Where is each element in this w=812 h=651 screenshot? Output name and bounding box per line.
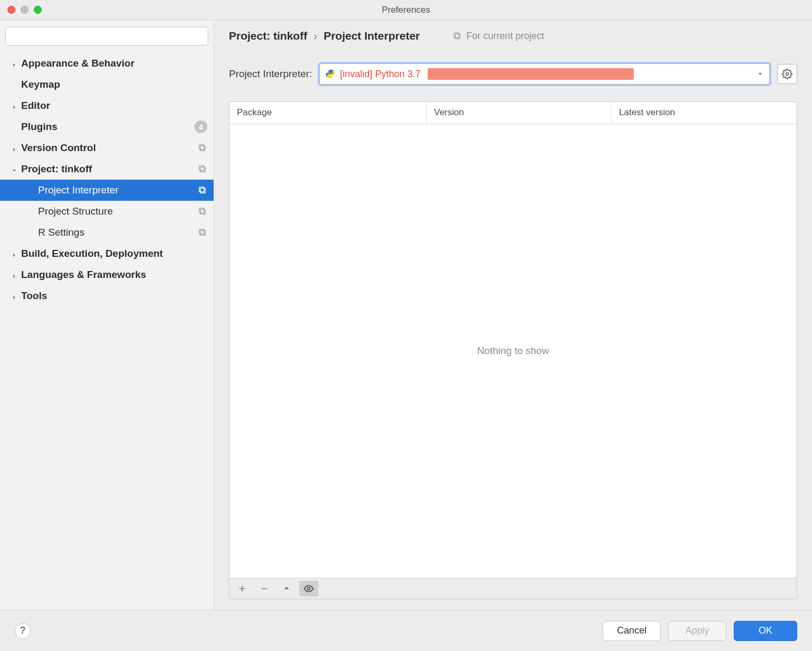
tree-arrow-icon <box>11 250 18 257</box>
packages-table: Package Version Latest version Nothing t… <box>229 101 797 599</box>
tree-arrow-icon <box>11 60 18 67</box>
sidebar-item-project-interpreter[interactable]: Project Interpreter <box>0 180 214 201</box>
breadcrumb: Project: tinkoff › Project Interpreter <box>229 30 420 42</box>
col-latest-version[interactable]: Latest version <box>612 102 797 124</box>
sidebar-item-languages-frameworks[interactable]: Languages & Frameworks <box>0 264 214 285</box>
chevron-down-icon <box>756 70 764 78</box>
project-scope-icon <box>198 164 207 174</box>
window-title: Preferences <box>0 5 812 15</box>
svg-rect-3 <box>199 145 204 150</box>
sidebar-item-project-structure[interactable]: Project Structure <box>0 201 214 222</box>
project-scope-icon <box>198 143 207 153</box>
sidebar-item-label: Version Control <box>21 142 198 154</box>
sidebar-item-label: Project Structure <box>38 206 198 217</box>
svg-rect-11 <box>199 229 204 234</box>
for-current-project-text: For current project <box>466 31 544 42</box>
preferences-window: Preferences Appearance & BehaviorKeymapE… <box>0 0 812 651</box>
svg-point-15 <box>331 77 333 78</box>
help-button[interactable]: ? <box>15 623 31 639</box>
add-package-button[interactable] <box>233 581 252 597</box>
sidebar-item-appearance-behavior[interactable]: Appearance & Behavior <box>0 53 214 74</box>
sidebar-item-tools[interactable]: Tools <box>0 285 214 306</box>
titlebar: Preferences <box>0 0 812 20</box>
interpreter-path-redacted <box>428 68 634 80</box>
upgrade-package-button[interactable] <box>277 581 296 597</box>
svg-rect-5 <box>199 166 204 171</box>
packages-toolbar <box>229 578 797 599</box>
plugins-badge: 4 <box>195 120 207 133</box>
svg-rect-6 <box>200 188 205 193</box>
col-version[interactable]: Version <box>427 102 612 124</box>
empty-text: Nothing to show <box>477 345 549 357</box>
tree-arrow-icon <box>11 292 18 300</box>
sidebar-item-label: R Settings <box>38 227 198 238</box>
table-header: Package Version Latest version <box>229 102 797 124</box>
tree-arrow-icon <box>11 271 18 278</box>
sidebar-item-label: Tools <box>21 290 207 302</box>
svg-rect-2 <box>200 146 205 151</box>
tree-arrow-icon <box>11 165 18 173</box>
sidebar-item-label: Project: tinkoff <box>21 163 198 175</box>
minimize-window-icon[interactable] <box>21 6 29 14</box>
sidebar-item-label: Keymap <box>21 79 207 90</box>
search-input[interactable] <box>5 27 208 45</box>
col-package[interactable]: Package <box>229 102 427 124</box>
sidebar-item-build-execution-deployment[interactable]: Build, Execution, Deployment <box>0 243 214 264</box>
svg-point-16 <box>786 73 789 76</box>
svg-rect-10 <box>200 230 205 235</box>
table-body-empty: Nothing to show <box>229 124 797 578</box>
breadcrumb-part-interpreter: Project Interpreter <box>324 30 420 42</box>
breadcrumb-row: Project: tinkoff › Project Interpreter F… <box>229 30 797 42</box>
main-panel: Project: tinkoff › Project Interpreter F… <box>214 20 812 610</box>
sidebar-item-editor[interactable]: Editor <box>0 95 214 116</box>
svg-rect-7 <box>199 187 204 192</box>
python-icon <box>325 69 336 79</box>
interpreter-row: Project Interpreter: [invalid] Python 3.… <box>229 63 797 85</box>
svg-rect-9 <box>199 208 204 213</box>
tree-arrow-icon <box>11 102 18 109</box>
cancel-button[interactable]: Cancel <box>603 621 661 641</box>
svg-point-20 <box>308 587 310 590</box>
for-current-project-label: For current project <box>453 31 544 42</box>
sidebar-item-label: Build, Execution, Deployment <box>21 248 207 259</box>
svg-rect-4 <box>200 167 205 172</box>
traffic-lights <box>0 6 42 14</box>
svg-point-14 <box>329 70 330 71</box>
sidebar-item-label: Appearance & Behavior <box>21 58 207 69</box>
project-scope-icon <box>198 228 207 237</box>
project-scope-icon <box>453 31 462 41</box>
interpreter-value: [invalid] Python 3.7 <box>340 69 420 80</box>
interpreter-dropdown[interactable]: [invalid] Python 3.7 <box>319 63 770 85</box>
project-scope-icon <box>198 207 207 216</box>
body: Appearance & BehaviorKeymapEditorPlugins… <box>0 20 812 610</box>
footer: ? Cancel Apply OK <box>0 610 812 651</box>
sidebar-item-version-control[interactable]: Version Control <box>0 137 214 159</box>
maximize-window-icon[interactable] <box>34 6 42 14</box>
sidebar-item-label: Editor <box>21 100 207 111</box>
remove-package-button[interactable] <box>255 581 274 597</box>
interpreter-settings-button[interactable] <box>777 64 797 84</box>
sidebar-item-label: Plugins <box>21 121 195 133</box>
sidebar-item-project-tinkoff[interactable]: Project: tinkoff <box>0 159 214 180</box>
breadcrumb-part-project: Project: tinkoff <box>229 30 307 42</box>
interpreter-label: Project Interpreter: <box>229 68 312 80</box>
sidebar-tree: Appearance & BehaviorKeymapEditorPlugins… <box>0 51 214 610</box>
svg-rect-12 <box>455 34 460 39</box>
sidebar-item-r-settings[interactable]: R Settings <box>0 222 214 243</box>
svg-rect-8 <box>200 209 205 214</box>
sidebar: Appearance & BehaviorKeymapEditorPlugins… <box>0 20 214 610</box>
show-early-releases-button[interactable] <box>299 581 318 597</box>
breadcrumb-separator: › <box>313 30 317 42</box>
apply-button[interactable]: Apply <box>668 621 726 641</box>
project-scope-icon <box>198 185 207 195</box>
sidebar-item-label: Languages & Frameworks <box>21 269 207 281</box>
sidebar-item-label: Project Interpreter <box>38 184 198 196</box>
sidebar-item-plugins[interactable]: Plugins4 <box>0 116 214 137</box>
ok-button[interactable]: OK <box>734 621 797 641</box>
svg-rect-13 <box>454 33 459 38</box>
close-window-icon[interactable] <box>7 6 15 14</box>
sidebar-item-keymap[interactable]: Keymap <box>0 74 214 95</box>
tree-arrow-icon <box>11 144 18 152</box>
